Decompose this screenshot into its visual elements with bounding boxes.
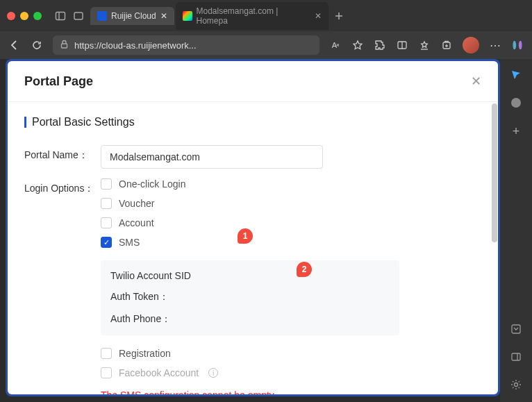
checkbox-icon xyxy=(101,178,112,190)
svg-rect-2 xyxy=(74,12,83,19)
tab-strip: Ruijie Cloud ✕ Modalsemangat.com | Homep… xyxy=(90,2,345,30)
option-label: One-click Login xyxy=(119,178,186,190)
option-label: Facebook Account xyxy=(119,367,199,378)
checkbox-icon xyxy=(101,348,112,359)
checkbox-icon xyxy=(101,367,112,378)
checkbox-icon xyxy=(101,198,112,209)
option-label: SMS xyxy=(119,237,140,248)
back-button[interactable] xyxy=(8,39,21,51)
text-size-icon[interactable]: Aא xyxy=(329,39,342,51)
collections-icon[interactable] xyxy=(440,39,453,51)
tab-modalsemangat[interactable]: Modalsemangat.com | Homepa ✕ xyxy=(176,2,329,30)
sidebar-app-1[interactable] xyxy=(507,66,525,84)
option-label: Voucher xyxy=(119,198,154,209)
svg-point-13 xyxy=(511,98,521,108)
window-controls xyxy=(7,12,42,20)
minimize-window-button[interactable] xyxy=(20,12,28,20)
lock-icon xyxy=(60,40,69,51)
voucher-option[interactable]: Voucher xyxy=(101,198,399,209)
title-bar: Ruijie Cloud ✕ Modalsemangat.com | Homep… xyxy=(0,0,532,31)
sidebar-toggle-icon[interactable] xyxy=(54,10,67,22)
tab-close-icon[interactable]: ✕ xyxy=(315,11,322,21)
favorites-bar-icon[interactable] xyxy=(418,39,431,51)
info-icon[interactable]: i xyxy=(208,368,218,378)
modal-body: Portal Basic Settings Portal Name： Login… xyxy=(8,102,498,394)
checkbox-checked-icon: ✓ xyxy=(101,237,112,248)
option-label: Account xyxy=(119,217,154,228)
portal-name-input[interactable] xyxy=(101,145,323,169)
annotation-1: 1 xyxy=(238,228,253,244)
error-message: The SMS configuration cannot be empty xyxy=(101,390,399,394)
edge-sidebar: + xyxy=(500,59,532,402)
one-click-login-option[interactable]: One-click Login xyxy=(101,178,399,190)
maximize-window-button[interactable] xyxy=(33,12,42,20)
sidebar-add-icon[interactable]: + xyxy=(513,124,520,139)
svg-point-17 xyxy=(515,383,518,387)
registration-option[interactable]: Registration xyxy=(101,348,399,359)
tab-close-icon[interactable]: ✕ xyxy=(160,11,167,21)
login-options-row: Login Options： One-click Login Voucher A… xyxy=(24,178,481,394)
sms-option[interactable]: ✓ SMS 1 xyxy=(101,237,399,248)
more-menu-icon[interactable]: ⋯ xyxy=(489,39,501,51)
url-text: https://cloud-as.ruijienetwork... xyxy=(74,40,197,51)
new-tab-button[interactable] xyxy=(333,10,345,22)
annotation-2: 2 xyxy=(297,262,312,277)
svg-rect-5 xyxy=(62,44,67,48)
tab-title: Ruijie Cloud xyxy=(111,11,156,21)
tab-favicon xyxy=(183,11,192,21)
svg-rect-14 xyxy=(512,325,520,333)
modal-header: Portal Page ✕ xyxy=(8,61,498,102)
sms-config-panel: 2 Twilio Account SID Auth Token： Auth Ph… xyxy=(101,260,399,335)
split-screen-icon[interactable] xyxy=(396,39,408,51)
portal-name-label: Portal Name： xyxy=(24,145,101,162)
scrollbar-thumb[interactable] xyxy=(492,103,497,242)
browser-toolbar: https://cloud-as.ruijienetwork... Aא ⋯ xyxy=(0,31,532,59)
portal-name-row: Portal Name： xyxy=(24,145,481,169)
tab-title: Modalsemangat.com | Homepa xyxy=(197,6,310,26)
tab-favicon xyxy=(97,11,107,21)
close-icon[interactable]: ✕ xyxy=(471,74,481,89)
facebook-option[interactable]: Facebook Account i xyxy=(101,367,399,378)
checkbox-icon xyxy=(101,217,112,228)
portal-page-modal: Portal Page ✕ Portal Basic Settings Port… xyxy=(8,61,498,394)
favorite-icon[interactable] xyxy=(351,39,364,51)
auth-token-label: Auth Token： xyxy=(110,291,390,303)
copilot-icon[interactable] xyxy=(511,39,524,51)
sidebar-tools-icon[interactable] xyxy=(507,320,525,338)
login-options-label: Login Options： xyxy=(24,178,101,195)
address-bar[interactable]: https://cloud-as.ruijienetwork... xyxy=(53,35,319,55)
account-option[interactable]: Account xyxy=(101,217,399,228)
svg-rect-0 xyxy=(56,12,65,19)
sidebar-app-2[interactable] xyxy=(507,94,525,112)
option-label: Registration xyxy=(119,348,171,359)
profile-avatar[interactable] xyxy=(463,37,479,53)
refresh-button[interactable] xyxy=(31,39,43,51)
sidebar-panel-icon[interactable] xyxy=(507,348,525,366)
login-options-list: One-click Login Voucher Account ✓ SMS 1 xyxy=(101,178,399,394)
svg-rect-15 xyxy=(512,353,520,360)
tab-ruijie-cloud[interactable]: Ruijie Cloud ✕ xyxy=(90,7,174,25)
extensions-icon[interactable] xyxy=(374,39,386,51)
modal-title: Portal Page xyxy=(24,74,93,89)
page-content: Portal Page ✕ Portal Basic Settings Port… xyxy=(6,59,500,396)
close-window-button[interactable] xyxy=(7,12,15,20)
sidebar-settings-icon[interactable] xyxy=(507,376,525,394)
twilio-sid-label: Twilio Account SID xyxy=(110,270,390,281)
auth-phone-label: Auth Phone： xyxy=(110,313,390,326)
window-icon[interactable] xyxy=(72,10,85,22)
section-title: Portal Basic Settings xyxy=(24,116,481,128)
